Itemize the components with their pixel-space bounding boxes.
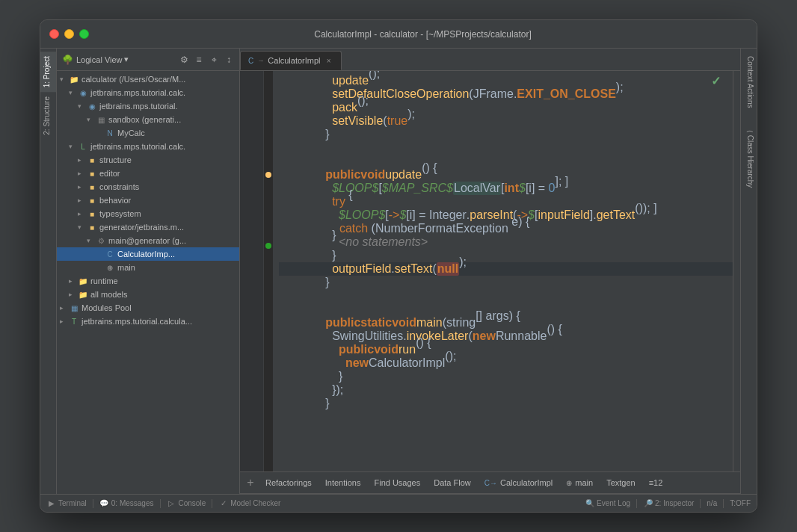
messages-label: 0: Messages [111,499,154,507]
tab-textgen-label: Textgen [606,478,636,487]
code-line-15: outputField.setText(null); [279,262,733,276]
code-line-20: SwingUtilities.invokeLater(new Runnable(… [279,330,733,343]
tab-main-bottom[interactable]: ⊕ main [560,474,599,491]
event-log-icon: 🔍 [585,498,594,508]
tab-refactorings-label: Refactorings [265,478,312,487]
console-label: Console [179,499,206,507]
status-inspector[interactable]: 🔎 2: Inspector [643,498,694,508]
status-sep-4 [636,499,637,508]
gutter-warning-1 [264,172,273,185]
code-line-6 [279,141,733,155]
tab-refactorings[interactable]: Refactorings [259,474,318,491]
sidebar-tab-class-hierarchy[interactable]: ⟨ Class Hierarchy [741,126,757,192]
tree-item-constraints[interactable]: ▸ ■ constraints [57,180,239,194]
bottom-tabs-bar: + Refactorings Intentions Find Usages Da… [240,471,740,494]
tree-item-generator[interactable]: ▾ ■ generator/jetbrains.m... [57,220,239,234]
tree-item-editor[interactable]: ▸ ■ editor [57,167,239,180]
status-sep-6 [723,499,724,508]
tab-data-flow[interactable]: Data Flow [428,474,477,491]
editor-tabs: C → CalculatorImpl × [240,49,740,71]
status-na: n/a [707,499,717,507]
gutter-warning-2 [264,243,273,256]
toolbar-btn-1[interactable]: ⚙ [178,54,190,66]
tree-item-typesystem[interactable]: ▸ ■ typesystem [57,207,239,220]
tree-item-calculator[interactable]: ▾ 📁 calculator (/Users/Oscar/M... [57,72,239,86]
traffic-lights [49,29,89,39]
tab-calculatorimpl[interactable]: C → CalculatorImpl × [240,51,342,70]
tree-item-jb2[interactable]: ▾ ◉ jetbrains.mps.tutorial. [57,99,239,113]
tab-close-btn[interactable]: × [324,56,333,65]
tab-intentions-label: Intentions [325,478,361,487]
main-window: CalculatorImpl - calculator - [~/MPSProj… [40,19,757,513]
status-console[interactable]: ▷ Console [167,498,206,508]
tab-find-usages-label: Find Usages [374,478,420,487]
tree-item-mycalc[interactable]: ▸ N MyCalc [57,126,239,140]
status-event-log[interactable]: 🔍 Event Log [585,498,630,508]
tree-item-structure[interactable]: ▸ ■ structure [57,153,239,167]
code-line-7 [279,155,733,168]
status-messages[interactable]: 💬 0: Messages [99,498,154,508]
messages-icon: 💬 [99,498,109,508]
code-line-19: public static void main(string[] args) { [279,316,733,330]
status-sep-2 [160,499,161,508]
tab-main-bottom-label: main [575,478,593,487]
editor-scrollbar[interactable] [733,71,740,471]
sidebar-tabs-right: Context Actions ⟨ Class Hierarchy [740,49,757,494]
code-line-5: } [279,128,733,141]
minimize-button[interactable] [64,29,74,39]
tree-item-main-gen[interactable]: ▾ ⚙ main@generator (g... [57,234,239,247]
tab-number[interactable]: ≡12 [643,474,669,491]
tree-item-main2[interactable]: ▸ ⊕ main [57,261,239,274]
sidebar-tab-structure[interactable]: 2: Structure [40,92,56,140]
code-line-11: $LOOP$[->$[i] = Integer.parseInt(->$[inp… [279,208,733,222]
tab-find-usages[interactable]: Find Usages [368,474,426,491]
sidebar-tabs-left: 1: Project 2: Structure [40,49,57,494]
status-model-checker[interactable]: ✓ Model Checker [218,498,280,508]
tree-item-calcimpl[interactable]: ▸ C CalculatorImp... [57,247,239,261]
model-checker-label: Model Checker [230,499,280,507]
sidebar-tab-context-actions[interactable]: Context Actions [741,52,757,112]
tree-item-allmodels[interactable]: ▸ 📁 all models [57,288,239,301]
toolbar-btn-3[interactable]: ⌖ [208,54,220,66]
tree-item-sandbox[interactable]: ▾ ▦ sandbox (generati... [57,113,239,126]
tab-data-flow-label: Data Flow [434,478,471,487]
code-area: update(); setDefaultCloseOperation(JFram… [240,71,740,471]
tab-calcimpl-bottom[interactable]: C→ CalculatorImpl [478,474,559,491]
code-line-21: public void run() { [279,343,733,356]
maximize-button[interactable] [79,29,89,39]
tree-item-jb4[interactable]: ▸ T jetbrains.mps.tutorial.calcula... [57,315,239,328]
add-tab-btn[interactable]: + [243,475,258,490]
code-content[interactable]: update(); setDefaultCloseOperation(JFram… [273,71,733,471]
tab-main-icon: ⊕ [566,479,572,487]
main-layout: 1: Project 2: Structure 🌳 Logical View ▾… [40,49,757,494]
editor-wrapper: C → CalculatorImpl × ✓ [240,49,740,494]
dropdown-arrow: ▾ [124,55,129,64]
terminal-label: Terminal [58,499,87,507]
project-tree: ▾ 📁 calculator (/Users/Oscar/M... ▾ ◉ je… [57,71,239,494]
tree-item-modules-pool[interactable]: ▸ ▦ Modules Pool [57,301,239,315]
tree-item-jb3[interactable]: ▾ L jetbrains.mps.tutorial.calc. [57,140,239,153]
status-terminal[interactable]: ▶ Terminal [46,498,87,508]
code-line-8: public void update() { [279,168,733,182]
code-line-22: new CalculatorImpl(); [279,356,733,370]
tab-intentions[interactable]: Intentions [319,474,367,491]
logical-view-label[interactable]: Logical View ▾ [76,55,129,64]
tab-number-label: ≡12 [649,478,663,487]
line-numbers [240,71,264,471]
status-right: 🔍 Event Log 🔎 2: Inspector n/a T:OFF [585,498,751,508]
code-line-23: } [279,370,733,383]
console-icon: ▷ [167,498,176,508]
close-button[interactable] [49,29,59,39]
tab-textgen[interactable]: Textgen [600,474,641,491]
tree-item-jb1[interactable]: ▾ ◉ jetbrains.mps.tutorial.calc. [57,86,239,99]
toolbar-btn-2[interactable]: ≡ [193,54,205,66]
tab-arrow: → [257,57,264,64]
project-tree-icon: 🌳 [61,54,73,66]
status-toff[interactable]: T:OFF [730,499,751,507]
tree-item-runtime[interactable]: ▸ 📁 runtime [57,274,239,288]
toolbar-btn-4[interactable]: ↕ [223,54,235,66]
tree-item-behavior[interactable]: ▸ ■ behavior [57,194,239,207]
sidebar-tab-project[interactable]: 1: Project [40,52,56,92]
inspector-label: 2: Inspector [655,499,694,507]
tab-label: CalculatorImpl [268,56,320,65]
